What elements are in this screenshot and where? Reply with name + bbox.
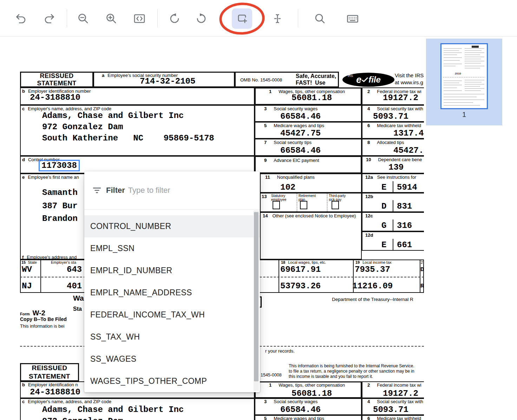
redo-button[interactable] [41, 11, 57, 26]
irs-efile-logo: IRS e file [342, 73, 394, 87]
box-12a-code: E [381, 183, 386, 192]
svg-text:2010: 2010 [455, 72, 461, 75]
box-12d-code: E [381, 241, 386, 249]
form-w2-label: FormW-2 [20, 309, 45, 317]
box-18-label: 18Local wages, tips, etc. [281, 260, 326, 264]
rotate-cw-icon [195, 12, 208, 25]
redo-icon [43, 12, 55, 25]
reissued-statement-header-2: REISSUED STATEMENT [20, 363, 79, 381]
locality-2: R [420, 283, 424, 289]
field-filter-popup: Filter CONTROL_NUMBER EMPL_SSN EMPLR_ID_… [84, 171, 260, 392]
ssn-value: 714-32-2105 [140, 77, 195, 86]
records-fragment: r your records. [265, 348, 295, 354]
zoom-out-button[interactable] [76, 11, 91, 26]
local-tax-2: 11216.09 [352, 282, 393, 290]
text-select-button[interactable] [270, 11, 285, 26]
box-12d-divider [393, 239, 393, 250]
retirement-plan-label: Retirementplan [299, 194, 316, 202]
thumbnail-content: 2010 [441, 44, 487, 108]
employer-name: Adams, Chase and Gilbert Inc [42, 112, 184, 120]
zoom-in-button[interactable] [104, 11, 119, 26]
box-4-value: 5093.71 [373, 112, 408, 121]
search-button[interactable] [312, 11, 328, 26]
box-2-value-2: 19127.2 [383, 389, 418, 398]
box-12c-label: 12c [365, 213, 373, 218]
box-10-value: 139 [388, 163, 404, 172]
box-3-label: 3Social security wages [264, 106, 318, 111]
page-thumbnail-panel: 2010 1 [426, 39, 502, 125]
treasury-label: Department of the Treasury--Internal R [332, 297, 413, 302]
filter-list-scrollbar[interactable] [254, 210, 259, 391]
retirement-plan-checkbox [300, 201, 307, 209]
ein-value-2: 24-3188810 [30, 388, 80, 396]
box-19-label: 19Local income tax [355, 260, 392, 264]
box-4-label-2: 4Social security tax with [367, 399, 423, 404]
filter-option-empl-ssn[interactable]: EMPL_SSN [84, 237, 260, 260]
fit-width-button[interactable] [132, 11, 147, 26]
box-6-label-2: 6Medicare tax withheld [367, 416, 421, 420]
furnish-line-3: this income is taxable and you fail to r… [289, 374, 373, 379]
statutory-employee-checkbox [273, 201, 280, 209]
page-1-thumbnail[interactable]: 2010 [440, 43, 488, 109]
box-3-value: 66584.46 [280, 112, 321, 121]
local-wages-1: 69617.91 [280, 265, 321, 274]
box-10-label: 10Dependent care bene [366, 157, 422, 162]
box-12d-label: 12d [365, 232, 373, 238]
toolbar-separator [67, 9, 67, 27]
box-8-value: 45427. [393, 146, 424, 155]
employer-city: South Katherine NC 95869-5178 [42, 134, 214, 143]
employer-street-2: 972 Gonzalez Dam [42, 417, 123, 420]
box-12b-label: 12b [365, 194, 373, 199]
box-14-label: 14Other (see enclosed Notice to Employee… [263, 213, 356, 218]
zoom-out-icon [77, 12, 90, 25]
filter-option-ss-tax-wh[interactable]: SS_TAX_WH [84, 326, 260, 348]
third-party-sick-pay-label: Third-partysick pay [329, 194, 346, 202]
filter-option-wages-tips-other-comp[interactable]: WAGES_TIPS_OTHER_COMP [84, 370, 260, 392]
toolbar-separator [298, 9, 298, 27]
employee-name: Samanth [42, 189, 78, 197]
state-1-id: 643 [67, 265, 82, 274]
box-2-value: 19127.2 [383, 94, 418, 102]
info-fragment: This information is bei [20, 323, 64, 329]
box-12b-code: D [381, 202, 386, 211]
filter-option-emplr-name-address[interactable]: EMPLR_NAME_ADDRESS [84, 282, 260, 304]
box-9-label: 9Advance EIC payment [264, 158, 319, 163]
add-region-button[interactable] [234, 11, 250, 26]
filter-option-emplr-id-number[interactable]: EMPLR_ID_NUMBER [84, 260, 260, 282]
selected-region-control-number[interactable]: 1173038 [39, 160, 80, 171]
box-8-label: 8Allocated tips [367, 140, 404, 145]
filter-option-control-number[interactable]: CONTROL_NUMBER [84, 215, 260, 237]
filter-option-ss-wages[interactable]: SS_WAGES [84, 348, 260, 370]
box-7-label: 7Social security tips [264, 140, 312, 145]
box-2-label-2: 2Federal income tax wi [367, 382, 421, 388]
employee-city: Brandon [42, 215, 78, 223]
box-13-divider [327, 193, 327, 211]
rotate-right-button[interactable] [194, 11, 209, 26]
copy-b-label: Copy B--To Be Filed [20, 316, 67, 322]
rotate-left-button[interactable] [167, 11, 182, 26]
rotate-ccw-icon [168, 12, 181, 25]
box-11-label: 11Nonqualified plans [265, 175, 315, 180]
filter-icon [92, 186, 102, 195]
box-4-value-2: 5093.71 [373, 406, 408, 414]
text-select-icon [271, 12, 284, 25]
box-20-label: 2 [421, 260, 423, 264]
wage-statement-fragment: Wa [73, 294, 84, 302]
efile-check-icon [361, 77, 368, 83]
box-5-label-2: 5Medicare wages and tips [264, 416, 324, 420]
filter-option-federal-income-tax-wh[interactable]: FEDERAL_INCOME_TAX_WH [84, 304, 260, 326]
undo-button[interactable] [13, 11, 29, 26]
box-12c-value: 316 [397, 222, 412, 230]
box-5-label: 5Medicare wages and tips [264, 123, 324, 128]
box-e-label: eEmployee's first name an [22, 175, 79, 180]
box-5-value: 45427.75 [280, 129, 321, 138]
scrollbar-thumb[interactable] [254, 212, 258, 381]
statutory-employee-label: Statutoryemployee [271, 194, 286, 202]
state-1: WV [22, 265, 32, 274]
ein-value: 24-3188810 [30, 93, 80, 102]
box-4-label: 4Social security tax with [367, 106, 423, 111]
filter-input[interactable] [128, 186, 230, 195]
keyboard-button[interactable] [345, 11, 360, 26]
box-1-value: 56081.18 [292, 94, 332, 102]
filter-options-list: CONTROL_NUMBER EMPL_SSN EMPLR_ID_NUMBER … [84, 210, 260, 392]
